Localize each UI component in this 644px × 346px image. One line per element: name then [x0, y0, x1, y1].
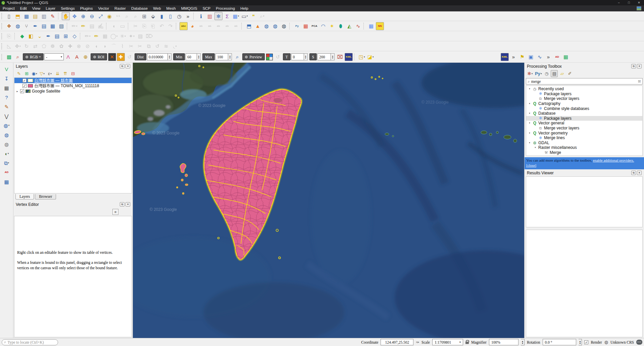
coordinate-input[interactable]: 124.497,25.502: [381, 339, 413, 345]
close-panel-icon[interactable]: ✕: [637, 171, 642, 175]
ptb-edit-inplace-icon[interactable]: ▤: [551, 70, 558, 77]
zoom-in-icon[interactable]: ⊕: [79, 12, 87, 20]
spinner-arrows-icon[interactable]: ▲▼: [197, 53, 201, 60]
new-map-view-icon[interactable]: ⊞: [140, 12, 148, 20]
toolbox-search-input[interactable]: ⌕ merge ⊠: [526, 78, 643, 84]
toolbox-item-merge-lines[interactable]: ✻Merge lines: [526, 135, 642, 140]
scp-bandset-icon[interactable]: ▩: [5, 53, 13, 61]
pan-to-selection-icon[interactable]: ✥: [70, 12, 79, 20]
vt-globe-layers-icon[interactable]: ◍▾: [3, 121, 11, 129]
scp-flag-icon[interactable]: ⚑: [518, 53, 526, 61]
toggle-editing-quick-icon[interactable]: ✏: [79, 22, 87, 30]
menu-item-processing[interactable]: Processing: [213, 5, 238, 11]
zoom-full-icon[interactable]: ⤢: [97, 12, 105, 20]
tab-browser[interactable]: Browser: [35, 194, 56, 199]
menu-grid-icon[interactable]: [637, 6, 641, 10]
metasearch-globe-icon[interactable]: ◍: [14, 22, 22, 30]
menu-item-help[interactable]: Help: [238, 5, 251, 11]
scp-trash-icon[interactable]: ⌧: [336, 53, 344, 61]
expander-icon[interactable]: ▸: [16, 90, 19, 93]
layer-row[interactable]: ✓ 台灣縣市圖 — 縣市圖: [14, 78, 132, 83]
zoom-out-icon[interactable]: ⊖: [88, 12, 96, 20]
attribute-table-icon[interactable]: ▦▾: [232, 12, 240, 20]
scp-ad-icon[interactable]: AD: [553, 53, 561, 61]
new-shapefile-icon[interactable]: ◧: [27, 32, 35, 40]
scp-overflow2-chevron[interactable]: »: [544, 53, 552, 61]
scp-s-input[interactable]: 200: [317, 53, 331, 60]
vt-ad-icon[interactable]: AD: [3, 168, 11, 176]
close-panel-icon[interactable]: ✕: [637, 64, 642, 68]
vt-vector-icon[interactable]: ⋁: [3, 112, 11, 120]
manage-visibility-icon[interactable]: ◉▾: [31, 70, 38, 77]
identify-features-icon[interactable]: ℹ: [197, 12, 205, 20]
float-panel-icon[interactable]: ⧉: [631, 64, 636, 68]
maximize-button[interactable]: □: [624, 0, 634, 5]
layer-checkbox[interactable]: ✓: [22, 84, 27, 88]
scp-chart-icon[interactable]: ∿: [536, 53, 544, 61]
render-checkbox[interactable]: ✓: [584, 340, 588, 344]
scp-rgb-select[interactable]: -▾: [44, 53, 64, 60]
raster-calculator-icon[interactable]: ▦: [49, 22, 57, 30]
map-tips-icon[interactable]: ❝: [249, 12, 257, 20]
scp-dist-input[interactable]: 0.010000: [147, 53, 168, 60]
spinner-arrows-icon[interactable]: ▲▼: [228, 53, 232, 60]
scp-spectral-plot-icon[interactable]: Λ: [64, 53, 72, 61]
new-memory-layer-icon[interactable]: ▤: [53, 32, 61, 40]
locate-input[interactable]: ⌕ Type to locate (Ctrl+K): [2, 339, 58, 345]
map-canvas[interactable]: © 2023 Google © 2023 Google © 2023 Googl…: [133, 63, 524, 338]
ptb-history-icon[interactable]: ◷: [543, 70, 550, 77]
toolbox-item-vector-general[interactable]: ▾QVector general: [526, 121, 642, 126]
toolbox-item-package-layers[interactable]: ✻Package layers: [526, 92, 642, 97]
close-banner-link[interactable]: [close]: [526, 163, 536, 167]
python-console-icon[interactable]: Py: [293, 22, 301, 30]
spinner-arrows-icon[interactable]: ▲▼: [521, 339, 525, 345]
processing-toolbox-icon[interactable]: ✻: [214, 12, 222, 20]
measure-icon[interactable]: ▭▾: [241, 12, 249, 20]
open-layer-styling-icon[interactable]: ✎: [15, 70, 22, 77]
new-geopackage-icon[interactable]: ◆: [18, 32, 26, 40]
lock-scale-icon[interactable]: [465, 342, 469, 344]
scale-select[interactable]: 1:1709801▾: [432, 339, 463, 345]
toolbox-item-database[interactable]: ▾QDatabase: [526, 111, 642, 116]
scp-preview-zoom-icon[interactable]: ⌕: [233, 53, 241, 61]
save-project-icon[interactable]: ▦: [22, 12, 31, 20]
ptb-options-icon[interactable]: ▱: [558, 70, 565, 77]
clear-search-icon[interactable]: ⊠: [638, 79, 641, 83]
menu-item-raster[interactable]: Raster: [112, 5, 129, 11]
toolbox-item-gdal[interactable]: ▾◍GDAL: [526, 140, 642, 146]
open-project-icon[interactable]: ⬒: [14, 12, 22, 20]
scp-roi-polygon-icon[interactable]: ✕: [108, 53, 116, 61]
scp-table-icon[interactable]: ▦: [562, 53, 570, 61]
grid-plugin-icon[interactable]: ▦: [367, 22, 375, 30]
float-panel-icon[interactable]: ⧉: [120, 64, 125, 68]
vt-layers-icon[interactable]: ⧉▾: [3, 159, 11, 167]
filter-expression-icon[interactable]: ε▾: [46, 70, 53, 77]
extents-icon[interactable]: ✑: [416, 340, 419, 345]
close-panel-icon[interactable]: ✕: [126, 202, 130, 207]
star-plugin-icon[interactable]: ✶: [328, 22, 336, 30]
layer-row[interactable]: ▸ ✓ Google Satellite: [14, 89, 132, 94]
statistical-summary-icon[interactable]: ▥: [206, 12, 214, 20]
remove-layer-icon[interactable]: ⊟: [69, 70, 77, 77]
toolbox-item-merge[interactable]: ⚒Merge: [526, 150, 642, 155]
new-project-icon[interactable]: ▯: [5, 12, 13, 20]
spinner-arrows-icon[interactable]: ▲▼: [304, 53, 308, 60]
style-manager-icon[interactable]: ✎: [49, 12, 57, 20]
scp-roi-plus-icon[interactable]: ✚: [117, 53, 125, 61]
labeling-icon[interactable]: abc: [180, 22, 188, 30]
database-cylinder-icon[interactable]: ⬒: [245, 22, 253, 30]
menu-item-mmqgis[interactable]: MMQGIS: [179, 5, 200, 11]
float-panel-icon[interactable]: ⧉: [120, 202, 125, 207]
layer-checkbox[interactable]: ✓: [22, 78, 27, 82]
toolbox-item-vector-geometry[interactable]: ▾QVector geometry: [526, 130, 642, 135]
toolbox-item-cartography[interactable]: ▾QCartography: [526, 101, 642, 106]
web-globe1-icon[interactable]: ◍: [262, 22, 270, 30]
toolbox-item-package-layers[interactable]: ✻Package layers: [526, 116, 642, 121]
show-bookmarks-icon[interactable]: ▯: [166, 12, 175, 20]
layout-manager-icon[interactable]: ▥: [40, 12, 48, 20]
scp-kml-icon[interactable]: KML: [345, 53, 353, 61]
scp-max-input[interactable]: 100: [215, 53, 228, 60]
ptb-algorithms-icon[interactable]: ✻▾: [527, 70, 534, 77]
egg-plugin-icon[interactable]: ⬮: [337, 22, 345, 30]
scp-select-polygon-icon[interactable]: ◪▾: [366, 53, 375, 61]
